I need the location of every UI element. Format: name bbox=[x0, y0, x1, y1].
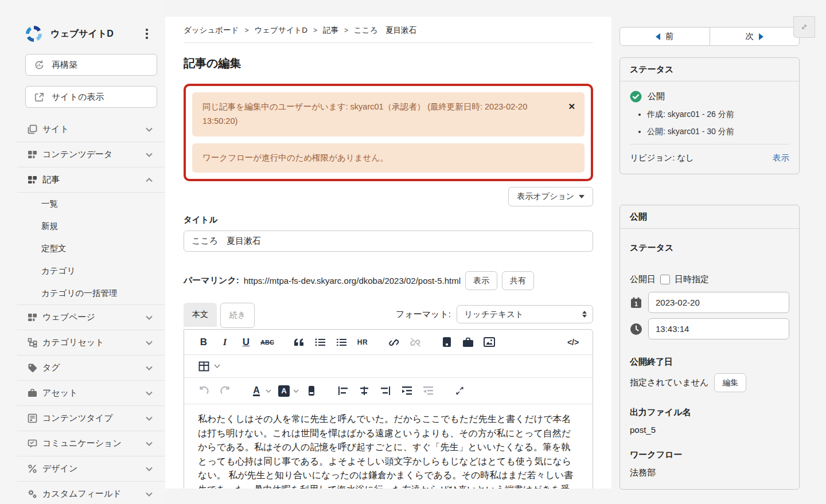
tab-extended[interactable]: 続き bbox=[220, 303, 255, 328]
clock-icon bbox=[630, 323, 642, 335]
undo-icon[interactable] bbox=[197, 383, 211, 399]
indent-icon[interactable] bbox=[400, 383, 414, 399]
insert-file-icon[interactable] bbox=[440, 334, 454, 350]
kebab-menu-icon[interactable] bbox=[142, 26, 151, 41]
italic-icon[interactable]: I bbox=[218, 334, 232, 350]
format-label: フォーマット: bbox=[396, 309, 451, 320]
ordered-list-icon[interactable] bbox=[334, 334, 348, 350]
sidebar-item-tag[interactable]: タグ bbox=[0, 355, 165, 380]
revision-label: リビジョン: なし bbox=[630, 153, 694, 163]
rebuild-icon bbox=[34, 60, 45, 71]
svg-text:1: 1 bbox=[634, 301, 638, 307]
table-caret-icon[interactable] bbox=[214, 364, 220, 368]
sidebar-item-communication[interactable]: コミュニケーション bbox=[0, 431, 165, 456]
end-date-label: 公開終了日 bbox=[630, 357, 789, 368]
align-right-icon[interactable] bbox=[379, 383, 392, 399]
sidebar-item-custom-fields[interactable]: カスタムフィールド bbox=[0, 482, 165, 504]
revision-row: リビジョン: なし 表示 bbox=[630, 153, 789, 165]
submenu-item-boilerplate[interactable]: 定型文 bbox=[0, 237, 165, 260]
datetime-checkbox[interactable] bbox=[660, 275, 670, 284]
close-icon[interactable]: ✕ bbox=[568, 99, 575, 114]
horizontal-rule-icon[interactable]: HR bbox=[356, 334, 369, 350]
publish-date-input[interactable] bbox=[648, 292, 789, 313]
clear-format-icon[interactable] bbox=[305, 383, 318, 399]
rich-text-editor: B I U ABC HR bbox=[184, 329, 593, 489]
sidebar-item-content-type[interactable]: コンテンツタイプ bbox=[0, 406, 165, 431]
end-date-row: 指定されていません 編集 bbox=[630, 373, 789, 392]
redo-icon[interactable] bbox=[218, 383, 232, 399]
breadcrumb-dashboard[interactable]: ダッシュボード bbox=[184, 25, 239, 36]
display-options-button[interactable]: 表示オプション bbox=[508, 187, 593, 206]
chevron-down-icon bbox=[146, 391, 153, 396]
bold-icon[interactable]: B bbox=[197, 334, 211, 350]
tab-body[interactable]: 本文 bbox=[184, 303, 217, 327]
align-center-icon[interactable] bbox=[357, 383, 371, 399]
outdent-icon[interactable] bbox=[421, 383, 435, 399]
insert-asset-icon[interactable] bbox=[461, 334, 475, 350]
html-mode-icon[interactable]: </> bbox=[566, 334, 580, 350]
right-sidebar: 前 次 ステータス 公開 作成: skyarc01 - 26 分前 公開: sk… bbox=[611, 0, 826, 504]
link-icon[interactable] bbox=[387, 334, 401, 350]
app-root: { "sidebar": { "site_name": "ウェブサイトD", "… bbox=[0, 0, 826, 504]
align-left-icon[interactable] bbox=[336, 383, 350, 399]
editor-toolbar-row3: A A bbox=[184, 378, 593, 404]
sidebar-item-content-data[interactable]: コンテンツデータ bbox=[0, 142, 165, 167]
format-select[interactable]: リッチテキスト bbox=[457, 305, 593, 323]
text-color-caret-icon[interactable] bbox=[266, 389, 271, 393]
text-color-icon[interactable]: A bbox=[250, 383, 263, 399]
sidebar-item-category-set[interactable]: カテゴリセット bbox=[0, 330, 165, 355]
table-icon[interactable] bbox=[197, 358, 211, 374]
background-color-caret-icon[interactable] bbox=[293, 389, 299, 393]
status-meta-list: 作成: skyarc01 - 26 分前 公開: skyarc01 - 30 分… bbox=[647, 110, 789, 137]
submenu-item-new[interactable]: 新規 bbox=[0, 215, 165, 237]
breadcrumb-website[interactable]: ウェブサイトD bbox=[254, 25, 307, 36]
permalink-share-button[interactable]: 共有 bbox=[502, 271, 534, 290]
submenu-item-list[interactable]: 一覧 bbox=[0, 193, 165, 215]
underline-icon[interactable]: U bbox=[239, 334, 253, 350]
published-meta: 公開: skyarc01 - 30 分前 bbox=[647, 127, 789, 137]
select-arrows-icon bbox=[582, 311, 587, 318]
strikethrough-icon[interactable]: ABC bbox=[260, 334, 274, 350]
prev-button[interactable]: 前 bbox=[620, 28, 710, 45]
publish-panel-title: 公開 bbox=[620, 205, 799, 229]
publish-date-label: 公開日 bbox=[630, 274, 656, 285]
sidebar-header: ウェブサイトD bbox=[0, 0, 165, 42]
calendar-icon: 1 bbox=[630, 296, 642, 309]
next-button[interactable]: 次 bbox=[710, 28, 800, 45]
blockquote-icon[interactable] bbox=[292, 334, 306, 350]
category-set-icon bbox=[28, 338, 37, 347]
revision-view-link[interactable]: 表示 bbox=[773, 153, 789, 163]
unlink-icon[interactable] bbox=[408, 334, 422, 350]
permalink-row: パーマリンク: https://mtpa-fs-dev.skyarc.org/d… bbox=[184, 271, 593, 290]
datetime-toggle-label: 日時指定 bbox=[675, 274, 709, 285]
background-color-icon[interactable]: A bbox=[277, 383, 291, 399]
permalink-view-button[interactable]: 表示 bbox=[465, 271, 497, 290]
end-date-edit-button[interactable]: 編集 bbox=[714, 373, 746, 392]
view-site-button[interactable]: サイトの表示 bbox=[25, 86, 157, 108]
rebuild-button[interactable]: 再構築 bbox=[25, 54, 157, 76]
article-icon bbox=[28, 175, 37, 185]
fullscreen-icon[interactable] bbox=[453, 383, 466, 399]
status-panel-title: ステータス bbox=[620, 58, 799, 81]
sidebar-item-asset[interactable]: アセット bbox=[0, 381, 165, 405]
page-title: 記事の編集 bbox=[184, 56, 593, 71]
unordered-list-icon[interactable] bbox=[313, 334, 327, 350]
submenu-item-category-bulk[interactable]: カテゴリの一括管理 bbox=[0, 282, 165, 304]
insert-image-icon[interactable] bbox=[482, 334, 496, 350]
sidebar-item-article[interactable]: 記事 bbox=[0, 167, 165, 192]
chevron-down-icon bbox=[146, 153, 153, 157]
title-input[interactable] bbox=[184, 230, 593, 252]
check-circle-icon bbox=[630, 91, 642, 103]
submenu-item-category[interactable]: カテゴリ bbox=[0, 260, 165, 282]
breadcrumb-article[interactable]: 記事 bbox=[323, 25, 338, 36]
filename-label: 出力ファイル名 bbox=[630, 407, 789, 418]
editor-body-text[interactable]: 私わたくしはその人を常に先生と呼んでいた。だからここでもただ先生と書くだけで本名… bbox=[184, 404, 593, 489]
content-type-icon bbox=[28, 413, 37, 423]
sidebar-item-webpage[interactable]: ウェブページ bbox=[0, 305, 165, 330]
sidebar-item-design[interactable]: デザイン bbox=[0, 456, 165, 481]
publish-state: 公開 bbox=[630, 91, 789, 103]
sidebar: ウェブサイトD 再構築 サイトの表示 サイト bbox=[0, 0, 165, 504]
publish-time-input[interactable] bbox=[648, 318, 789, 339]
expand-drawer-button[interactable] bbox=[793, 16, 815, 38]
sidebar-item-site[interactable]: サイト bbox=[0, 117, 165, 142]
